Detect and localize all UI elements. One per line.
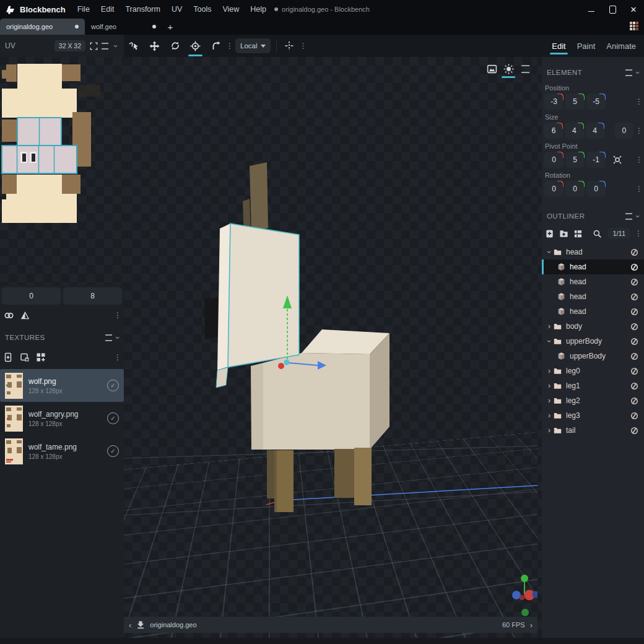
tool-overflow-icon[interactable] xyxy=(300,41,306,50)
chevron-right-icon[interactable] xyxy=(546,322,553,331)
move-tool[interactable] xyxy=(146,37,163,55)
mirror-tool[interactable] xyxy=(281,37,298,55)
visibility-icon[interactable] xyxy=(630,277,639,287)
tab-paint[interactable]: Paint xyxy=(572,37,601,55)
lighting-sun-icon[interactable] xyxy=(502,62,515,76)
chevron-right-icon[interactable] xyxy=(546,426,553,435)
tree-cube-upperbody[interactable]: upperBody xyxy=(542,349,644,363)
uv-x-field[interactable]: 0 xyxy=(2,287,61,305)
size-y-field[interactable]: 4 xyxy=(565,123,583,139)
menu-transform[interactable]: Transform xyxy=(120,0,166,19)
chevron-right-icon[interactable] xyxy=(546,381,553,390)
rotation-y-field[interactable]: 0 xyxy=(565,181,585,197)
position-overflow-icon[interactable] xyxy=(635,97,642,106)
menu-view[interactable]: View xyxy=(217,0,245,19)
background-image-icon[interactable] xyxy=(485,62,498,76)
chevron-down-icon[interactable] xyxy=(545,337,554,345)
uv-frame-icon[interactable] xyxy=(88,39,99,53)
pivot-tool[interactable] xyxy=(187,37,204,55)
prev-arrow-icon[interactable]: ‹ xyxy=(129,620,131,630)
menu-file[interactable]: File xyxy=(72,0,95,19)
apps-grid-icon[interactable] xyxy=(630,22,638,30)
visibility-icon[interactable] xyxy=(630,367,639,376)
gesture-select-tool[interactable] xyxy=(126,37,142,55)
visibility-icon[interactable] xyxy=(630,263,639,272)
tab-originaldog[interactable]: originaldog.geo xyxy=(0,19,85,35)
close-button[interactable]: ✕ xyxy=(623,0,644,19)
texture-enabled-icon[interactable]: ✓ xyxy=(107,445,119,457)
visibility-icon[interactable] xyxy=(630,426,639,435)
tab-unsaved-icon[interactable] xyxy=(152,25,156,28)
tab-wolf[interactable]: wolf.geo xyxy=(85,19,162,35)
tree-group-head[interactable]: head xyxy=(542,245,644,259)
tree-group-upperbody[interactable]: upperBody xyxy=(542,334,644,349)
visibility-icon[interactable] xyxy=(630,411,639,420)
texture-row-wolf[interactable]: wolf.png 128 x 128px ✓ xyxy=(0,369,124,402)
tree-cube-head[interactable]: head xyxy=(542,289,644,304)
tree-cube-head[interactable]: head xyxy=(542,304,644,319)
outliner-collapse-icon[interactable] xyxy=(637,212,639,220)
tree-group-leg2[interactable]: leg2 xyxy=(542,393,644,408)
rotation-x-field[interactable]: 0 xyxy=(544,181,564,197)
uv-link-icon[interactable] xyxy=(4,310,14,321)
menu-tools[interactable]: Tools xyxy=(188,0,217,19)
save-state-icon[interactable] xyxy=(136,620,145,629)
rotation-overflow-icon[interactable] xyxy=(635,185,642,193)
position-x-field[interactable]: -3 xyxy=(544,94,564,110)
rotation-z-field[interactable]: 0 xyxy=(586,181,606,197)
pivot-x-field[interactable]: 0 xyxy=(544,152,564,168)
tab-unsaved-icon[interactable] xyxy=(75,25,79,28)
visibility-icon[interactable] xyxy=(630,396,639,406)
texture-enabled-icon[interactable]: ✓ xyxy=(107,412,119,424)
position-y-field[interactable]: 5 xyxy=(565,94,585,110)
chevron-right-icon[interactable] xyxy=(546,367,553,375)
visibility-icon[interactable] xyxy=(630,307,639,316)
outliner-menu-icon[interactable] xyxy=(625,213,632,220)
chevron-right-icon[interactable] xyxy=(546,396,553,405)
center-pivot-icon[interactable] xyxy=(612,155,622,165)
pivot-overflow-icon[interactable] xyxy=(635,155,642,164)
create-texture-icon[interactable] xyxy=(20,352,30,362)
uv-editor-canvas[interactable] xyxy=(0,57,124,285)
element-collapse-icon[interactable] xyxy=(637,69,639,77)
new-tab-button[interactable]: + xyxy=(162,19,178,35)
menu-help[interactable]: Help xyxy=(245,0,272,19)
visibility-icon[interactable] xyxy=(630,322,639,331)
search-icon[interactable] xyxy=(593,229,602,238)
next-arrow-icon[interactable]: › xyxy=(530,620,533,630)
textures-overflow-icon[interactable] xyxy=(114,353,120,362)
tool-overflow-icon[interactable] xyxy=(226,41,232,50)
outliner-overflow-icon[interactable] xyxy=(635,229,641,238)
tree-cube-head-selected[interactable]: head xyxy=(542,259,644,274)
element-menu-icon[interactable] xyxy=(625,69,632,76)
tree-cube-head[interactable]: head xyxy=(542,274,644,289)
append-palette-icon[interactable] xyxy=(36,352,46,362)
tree-group-body[interactable]: body xyxy=(542,319,644,334)
import-texture-icon[interactable] xyxy=(4,352,14,362)
texture-row-wolf-angry[interactable]: wolf_angry.png 128 x 128px ✓ xyxy=(0,402,124,435)
textures-menu-icon[interactable] xyxy=(105,334,112,341)
visibility-icon[interactable] xyxy=(630,352,639,361)
uv-panel-menu-icon[interactable] xyxy=(99,39,110,53)
viewport-3d[interactable]: ‹ originaldog.geo 60 FPS › xyxy=(124,57,537,638)
menu-edit[interactable]: Edit xyxy=(95,0,120,19)
chevron-down-icon[interactable] xyxy=(545,248,554,256)
size-x-field[interactable]: 6 xyxy=(544,123,563,139)
uv-panel-collapse-icon[interactable] xyxy=(110,39,121,53)
tree-group-tail[interactable]: tail xyxy=(542,423,644,438)
textures-collapse-icon[interactable] xyxy=(116,334,119,342)
minimize-button[interactable] xyxy=(581,0,602,19)
viewport-menu-icon[interactable] xyxy=(519,62,531,76)
inflate-field[interactable]: 0 xyxy=(615,123,633,139)
transform-space-dropdown[interactable]: Local xyxy=(235,38,271,53)
tree-group-leg0[interactable]: leg0 xyxy=(542,363,644,378)
rotate-tool[interactable] xyxy=(167,37,183,55)
toggle-view-icon[interactable] xyxy=(573,229,583,238)
pivot-z-field[interactable]: -1 xyxy=(586,152,606,168)
add-cube-icon[interactable] xyxy=(545,229,554,238)
visibility-icon[interactable] xyxy=(630,337,639,346)
tab-animate[interactable]: Animate xyxy=(601,37,642,55)
maximize-button[interactable] xyxy=(602,0,623,19)
tree-group-leg3[interactable]: leg3 xyxy=(542,408,644,423)
texture-row-wolf-tame[interactable]: wolf_tame.png 128 x 128px ✓ xyxy=(0,435,124,468)
